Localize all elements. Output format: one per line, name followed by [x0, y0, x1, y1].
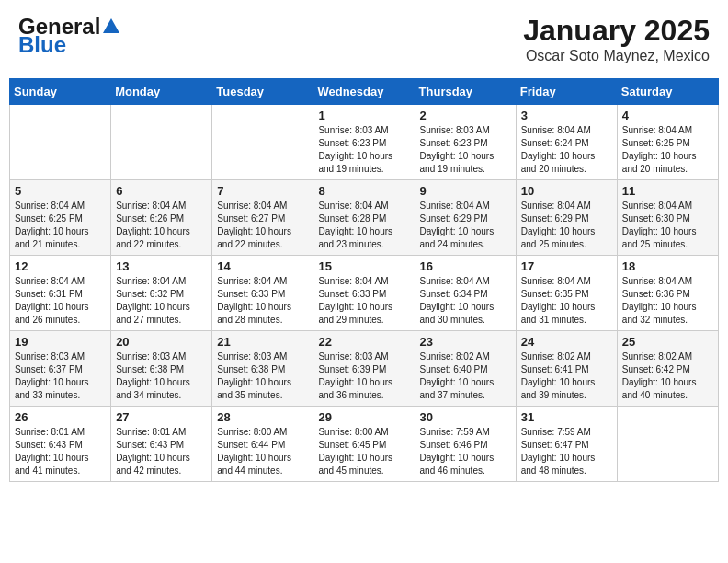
calendar-cell: 21Sunrise: 8:03 AM Sunset: 6:38 PM Dayli… [212, 331, 313, 407]
day-info: Sunrise: 8:03 AM Sunset: 6:23 PM Dayligh… [318, 124, 409, 176]
day-number: 29 [318, 410, 409, 424]
day-info: Sunrise: 8:04 AM Sunset: 6:33 PM Dayligh… [217, 275, 308, 327]
calendar-cell: 13Sunrise: 8:04 AM Sunset: 6:32 PM Dayli… [111, 256, 212, 331]
day-info: Sunrise: 8:03 AM Sunset: 6:23 PM Dayligh… [420, 124, 511, 176]
calendar-cell: 6Sunrise: 8:04 AM Sunset: 6:26 PM Daylig… [111, 180, 212, 256]
calendar-cell: 24Sunrise: 8:02 AM Sunset: 6:41 PM Dayli… [516, 331, 617, 407]
calendar-header-row: SundayMondayTuesdayWednesdayThursdayFrid… [10, 79, 719, 105]
day-header-wednesday: Wednesday [313, 79, 415, 105]
calendar-cell: 4Sunrise: 8:04 AM Sunset: 6:25 PM Daylig… [617, 105, 718, 180]
calendar-week-1: 1Sunrise: 8:03 AM Sunset: 6:23 PM Daylig… [10, 105, 719, 180]
day-info: Sunrise: 8:02 AM Sunset: 6:41 PM Dayligh… [521, 350, 612, 402]
day-number: 30 [420, 410, 511, 424]
day-header-friday: Friday [516, 79, 617, 105]
day-number: 10 [521, 184, 612, 198]
day-info: Sunrise: 8:04 AM Sunset: 6:33 PM Dayligh… [318, 275, 409, 327]
calendar-cell [617, 407, 718, 482]
day-number: 22 [318, 335, 409, 349]
calendar-title: January 2025 [523, 14, 710, 48]
calendar-cell: 28Sunrise: 8:00 AM Sunset: 6:44 PM Dayli… [212, 407, 313, 482]
calendar-cell: 25Sunrise: 8:02 AM Sunset: 6:42 PM Dayli… [617, 331, 718, 407]
calendar-cell: 29Sunrise: 8:00 AM Sunset: 6:45 PM Dayli… [313, 407, 415, 482]
day-number: 7 [217, 184, 308, 198]
day-info: Sunrise: 8:04 AM Sunset: 6:25 PM Dayligh… [622, 124, 713, 176]
day-header-saturday: Saturday [617, 79, 718, 105]
day-number: 23 [420, 335, 511, 349]
day-number: 18 [622, 259, 713, 273]
calendar-cell: 3Sunrise: 8:04 AM Sunset: 6:24 PM Daylig… [516, 105, 617, 180]
day-number: 5 [15, 184, 106, 198]
calendar-cell: 27Sunrise: 8:01 AM Sunset: 6:43 PM Dayli… [111, 407, 212, 482]
day-info: Sunrise: 8:02 AM Sunset: 6:40 PM Dayligh… [420, 350, 511, 402]
calendar-cell [10, 105, 111, 180]
day-number: 1 [318, 109, 409, 122]
day-info: Sunrise: 8:00 AM Sunset: 6:44 PM Dayligh… [217, 426, 308, 477]
calendar-cell: 1Sunrise: 8:03 AM Sunset: 6:23 PM Daylig… [313, 105, 415, 180]
day-number: 15 [318, 259, 409, 273]
day-info: Sunrise: 8:04 AM Sunset: 6:35 PM Dayligh… [521, 275, 612, 327]
day-number: 8 [318, 184, 409, 198]
day-info: Sunrise: 7:59 AM Sunset: 6:46 PM Dayligh… [420, 426, 511, 477]
day-info: Sunrise: 8:04 AM Sunset: 6:27 PM Dayligh… [217, 200, 308, 251]
day-info: Sunrise: 8:01 AM Sunset: 6:43 PM Dayligh… [15, 426, 106, 477]
calendar-cell: 20Sunrise: 8:03 AM Sunset: 6:38 PM Dayli… [111, 331, 212, 407]
day-info: Sunrise: 8:00 AM Sunset: 6:45 PM Dayligh… [318, 426, 409, 477]
day-number: 31 [521, 410, 612, 424]
day-header-monday: Monday [111, 79, 212, 105]
day-number: 12 [15, 259, 106, 273]
calendar-table: SundayMondayTuesdayWednesdayThursdayFrid… [9, 78, 719, 482]
logo-icon [101, 17, 121, 37]
calendar-cell: 30Sunrise: 7:59 AM Sunset: 6:46 PM Dayli… [415, 407, 516, 482]
calendar-subtitle: Oscar Soto Maynez, Mexico [523, 48, 710, 64]
day-info: Sunrise: 8:04 AM Sunset: 6:28 PM Dayligh… [318, 200, 409, 251]
calendar-cell: 7Sunrise: 8:04 AM Sunset: 6:27 PM Daylig… [212, 180, 313, 256]
calendar-cell: 11Sunrise: 8:04 AM Sunset: 6:30 PM Dayli… [617, 180, 718, 256]
day-info: Sunrise: 8:04 AM Sunset: 6:26 PM Dayligh… [116, 200, 207, 251]
day-info: Sunrise: 8:04 AM Sunset: 6:34 PM Dayligh… [420, 275, 511, 327]
calendar-cell [212, 105, 313, 180]
day-header-sunday: Sunday [10, 79, 111, 105]
day-info: Sunrise: 8:04 AM Sunset: 6:24 PM Dayligh… [521, 124, 612, 176]
day-number: 17 [521, 259, 612, 273]
day-info: Sunrise: 8:03 AM Sunset: 6:38 PM Dayligh… [217, 350, 308, 402]
svg-marker-0 [103, 18, 119, 33]
calendar-cell: 8Sunrise: 8:04 AM Sunset: 6:28 PM Daylig… [313, 180, 415, 256]
day-number: 20 [116, 335, 207, 349]
logo: General Blue [18, 14, 121, 56]
header: General Blue January 2025 Oscar Soto May… [9, 9, 719, 69]
day-number: 11 [622, 184, 713, 198]
day-info: Sunrise: 8:01 AM Sunset: 6:43 PM Dayligh… [116, 426, 207, 477]
day-info: Sunrise: 8:04 AM Sunset: 6:36 PM Dayligh… [622, 275, 713, 327]
calendar-cell: 19Sunrise: 8:03 AM Sunset: 6:37 PM Dayli… [10, 331, 111, 407]
day-info: Sunrise: 8:03 AM Sunset: 6:38 PM Dayligh… [116, 350, 207, 402]
calendar-cell: 10Sunrise: 8:04 AM Sunset: 6:29 PM Dayli… [516, 180, 617, 256]
calendar-week-5: 26Sunrise: 8:01 AM Sunset: 6:43 PM Dayli… [10, 407, 719, 482]
day-number: 9 [420, 184, 511, 198]
day-info: Sunrise: 8:02 AM Sunset: 6:42 PM Dayligh… [622, 350, 713, 402]
calendar-cell: 23Sunrise: 8:02 AM Sunset: 6:40 PM Dayli… [415, 331, 516, 407]
day-number: 16 [420, 259, 511, 273]
calendar-cell: 14Sunrise: 8:04 AM Sunset: 6:33 PM Dayli… [212, 256, 313, 331]
calendar-week-3: 12Sunrise: 8:04 AM Sunset: 6:31 PM Dayli… [10, 256, 719, 331]
calendar-cell: 15Sunrise: 8:04 AM Sunset: 6:33 PM Dayli… [313, 256, 415, 331]
day-info: Sunrise: 8:03 AM Sunset: 6:37 PM Dayligh… [15, 350, 106, 402]
calendar-week-2: 5Sunrise: 8:04 AM Sunset: 6:25 PM Daylig… [10, 180, 719, 256]
calendar-cell [111, 105, 212, 180]
day-number: 19 [15, 335, 106, 349]
day-number: 26 [15, 410, 106, 424]
day-info: Sunrise: 8:03 AM Sunset: 6:39 PM Dayligh… [318, 350, 409, 402]
calendar-cell: 26Sunrise: 8:01 AM Sunset: 6:43 PM Dayli… [10, 407, 111, 482]
day-info: Sunrise: 8:04 AM Sunset: 6:25 PM Dayligh… [15, 200, 106, 251]
day-number: 27 [116, 410, 207, 424]
day-number: 6 [116, 184, 207, 198]
day-number: 24 [521, 335, 612, 349]
calendar-cell: 22Sunrise: 8:03 AM Sunset: 6:39 PM Dayli… [313, 331, 415, 407]
day-number: 13 [116, 259, 207, 273]
day-header-tuesday: Tuesday [212, 79, 313, 105]
day-number: 3 [521, 109, 612, 122]
calendar-cell: 2Sunrise: 8:03 AM Sunset: 6:23 PM Daylig… [415, 105, 516, 180]
day-number: 4 [622, 109, 713, 122]
day-info: Sunrise: 7:59 AM Sunset: 6:47 PM Dayligh… [521, 426, 612, 477]
day-info: Sunrise: 8:04 AM Sunset: 6:30 PM Dayligh… [622, 200, 713, 251]
calendar-cell: 12Sunrise: 8:04 AM Sunset: 6:31 PM Dayli… [10, 256, 111, 331]
